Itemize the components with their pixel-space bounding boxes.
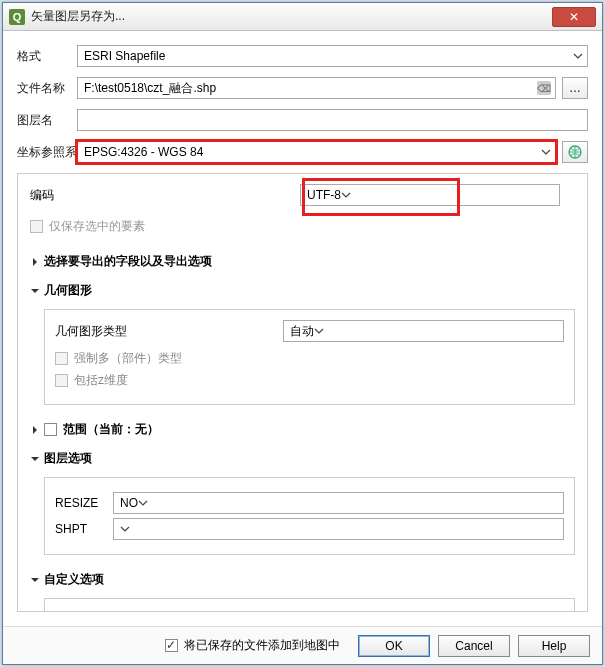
layername-field[interactable] — [77, 109, 588, 131]
window-title: 矢量图层另存为... — [31, 8, 552, 25]
format-value: ESRI Shapefile — [84, 49, 165, 63]
toggle-geometry[interactable]: 几何图形 — [30, 282, 575, 299]
row-layername: 图层名 — [17, 109, 588, 131]
encoding-combo[interactable]: UTF-8 — [300, 184, 560, 206]
toggle-layer-options[interactable]: 图层选项 — [30, 450, 575, 467]
globe-icon — [567, 144, 583, 160]
encoding-value: UTF-8 — [307, 188, 341, 202]
save-selected-label: 仅保存选中的要素 — [49, 218, 145, 235]
include-z-label: 包括z维度 — [74, 372, 128, 389]
geometry-header: 几何图形 — [44, 282, 92, 299]
crs-value: EPSG:4326 - WGS 84 — [84, 145, 203, 159]
encoding-label: 编码 — [30, 187, 90, 204]
add-to-map-label: 将已保存的文件添加到地图中 — [184, 637, 340, 654]
ok-button[interactable]: OK — [358, 635, 430, 657]
extent-checkbox[interactable] — [44, 423, 57, 436]
titlebar: Q 矢量图层另存为... ✕ — [3, 3, 602, 31]
layer-options-header: 图层选项 — [44, 450, 92, 467]
resize-combo[interactable]: NO — [113, 492, 564, 514]
resize-value: NO — [120, 496, 138, 510]
filename-label: 文件名称 — [17, 80, 77, 97]
format-combo[interactable]: ESRI Shapefile — [77, 45, 588, 67]
crs-label: 坐标参照系 — [17, 144, 77, 161]
save-selected-checkbox — [30, 220, 43, 233]
geometry-box: 几何图形类型 自动 强制多（部件）类型 包括z维度 — [44, 309, 575, 405]
content-area: 格式 ESRI Shapefile 文件名称 F:\test0518\czt_融… — [3, 31, 602, 626]
filename-field[interactable]: F:\test0518\czt_融合.shp ⌫ — [77, 77, 556, 99]
clear-icon[interactable]: ⌫ — [537, 81, 551, 95]
close-icon: ✕ — [569, 10, 579, 24]
geom-type-combo[interactable]: 自动 — [283, 320, 564, 342]
resize-label: RESIZE — [55, 496, 113, 510]
cancel-button[interactable]: Cancel — [438, 635, 510, 657]
browse-button[interactable]: … — [562, 77, 588, 99]
chevron-down-icon — [30, 286, 40, 296]
shpt-label: SHPT — [55, 522, 113, 536]
help-button[interactable]: Help — [518, 635, 590, 657]
footer: 将已保存的文件添加到地图中 OK Cancel Help — [3, 626, 602, 664]
row-force-multi: 强制多（部件）类型 — [55, 350, 564, 367]
row-resize: RESIZE NO — [55, 492, 564, 514]
force-multi-checkbox — [55, 352, 68, 365]
filename-value: F:\test0518\czt_融合.shp — [84, 80, 216, 97]
custom-options-box: 数据源 图层 — [44, 598, 575, 612]
options-panel: 编码 UTF-8 仅保存选中的要素 选择要导出的字段以及导出选项 几何图形 — [17, 173, 588, 612]
row-encoding: 编码 UTF-8 — [30, 184, 575, 206]
chevron-down-icon — [138, 498, 148, 508]
layername-label: 图层名 — [17, 112, 77, 129]
chevron-down-icon — [314, 326, 324, 336]
format-label: 格式 — [17, 48, 77, 65]
dialog-window: Q 矢量图层另存为... ✕ 格式 ESRI Shapefile 文件名称 F:… — [2, 2, 603, 665]
extent-label: 范围（当前：无） — [63, 421, 159, 438]
app-icon: Q — [9, 9, 25, 25]
chevron-down-icon — [541, 147, 551, 157]
toggle-custom-options[interactable]: 自定义选项 — [30, 571, 575, 588]
force-multi-label: 强制多（部件）类型 — [74, 350, 182, 367]
crs-picker-button[interactable] — [562, 141, 588, 163]
chevron-right-icon — [30, 257, 40, 267]
chevron-right-icon — [30, 425, 40, 435]
add-to-map-wrap: 将已保存的文件添加到地图中 — [165, 637, 340, 654]
close-button[interactable]: ✕ — [552, 7, 596, 27]
chevron-down-icon — [30, 454, 40, 464]
chevron-down-icon — [30, 575, 40, 585]
shpt-combo[interactable] — [113, 518, 564, 540]
export-fields-label: 选择要导出的字段以及导出选项 — [44, 253, 212, 270]
layer-options-box: RESIZE NO SHPT — [44, 477, 575, 555]
geom-type-value: 自动 — [290, 323, 314, 340]
row-crs: 坐标参照系 EPSG:4326 - WGS 84 — [17, 141, 588, 163]
row-save-selected: 仅保存选中的要素 — [30, 218, 575, 235]
add-to-map-checkbox[interactable] — [165, 639, 178, 652]
custom-options-header: 自定义选项 — [44, 571, 104, 588]
row-shpt: SHPT — [55, 518, 564, 540]
browse-label: … — [569, 81, 581, 95]
chevron-down-icon — [573, 51, 583, 61]
crs-combo[interactable]: EPSG:4326 - WGS 84 — [77, 141, 556, 163]
chevron-down-icon — [120, 524, 130, 534]
toggle-extent[interactable]: 范围（当前：无） — [30, 421, 575, 438]
include-z-checkbox — [55, 374, 68, 387]
row-geom-type: 几何图形类型 自动 — [55, 320, 564, 342]
toggle-export-fields[interactable]: 选择要导出的字段以及导出选项 — [30, 253, 575, 270]
row-format: 格式 ESRI Shapefile — [17, 45, 588, 67]
row-filename: 文件名称 F:\test0518\czt_融合.shp ⌫ … — [17, 77, 588, 99]
geom-type-label: 几何图形类型 — [55, 323, 133, 340]
chevron-down-icon — [341, 190, 351, 200]
row-include-z: 包括z维度 — [55, 372, 564, 389]
